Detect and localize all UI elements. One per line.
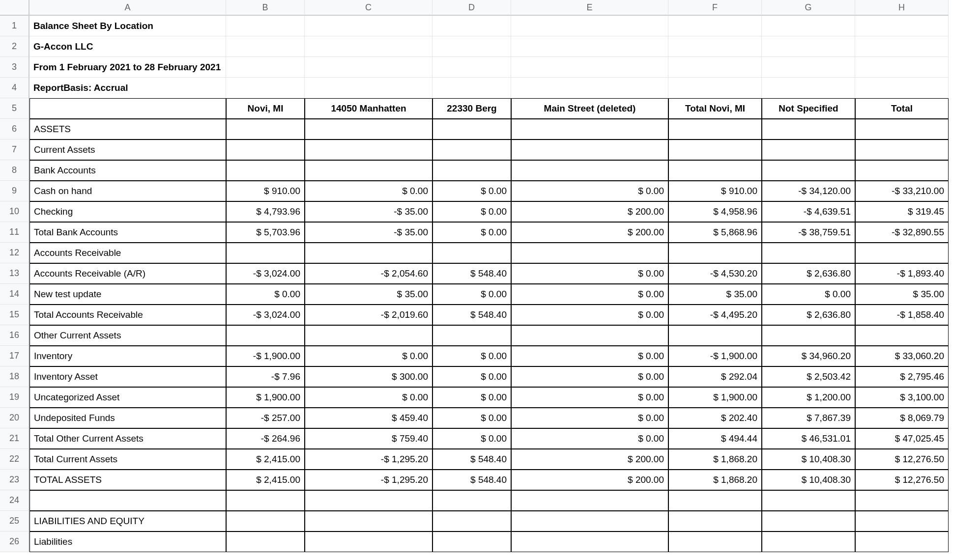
cell-h16[interactable] — [855, 325, 949, 346]
row-header-17[interactable]: 17 — [0, 346, 29, 366]
cell-b10[interactable]: $ 4,793.96 — [226, 201, 305, 222]
cell-h24[interactable] — [855, 490, 949, 511]
cell-f4[interactable] — [668, 78, 762, 98]
cell-c8[interactable] — [305, 160, 432, 181]
cell-g21[interactable]: $ 46,531.01 — [762, 428, 855, 449]
cell-e25[interactable] — [511, 511, 668, 531]
cell-g13[interactable]: $ 2,636.80 — [762, 263, 855, 284]
cell-e22[interactable]: $ 200.00 — [511, 449, 668, 470]
cell-g18[interactable]: $ 2,503.42 — [762, 366, 855, 387]
cell-c1[interactable] — [305, 16, 432, 36]
row-header-24[interactable]: 24 — [0, 490, 29, 511]
cell-a12[interactable]: Accounts Receivable — [29, 243, 226, 263]
row-header-13[interactable]: 13 — [0, 263, 29, 284]
cell-g15[interactable]: $ 2,636.80 — [762, 305, 855, 325]
cell-d7[interactable] — [432, 140, 511, 160]
cell-f8[interactable] — [668, 160, 762, 181]
cell-b24[interactable] — [226, 490, 305, 511]
cell-d10[interactable]: $ 0.00 — [432, 201, 511, 222]
cell-d11[interactable]: $ 0.00 — [432, 222, 511, 243]
cell-e5[interactable]: Main Street (deleted) — [511, 98, 668, 119]
row-header-19[interactable]: 19 — [0, 387, 29, 408]
cell-d3[interactable] — [432, 57, 511, 78]
row-header-3[interactable]: 3 — [0, 57, 29, 78]
cell-a14[interactable]: New test update — [29, 284, 226, 305]
cell-h25[interactable] — [855, 511, 949, 531]
cell-b19[interactable]: $ 1,900.00 — [226, 387, 305, 408]
cell-g2[interactable] — [762, 36, 855, 57]
cell-h20[interactable]: $ 8,069.79 — [855, 408, 949, 428]
cell-a23[interactable]: TOTAL ASSETS — [29, 470, 226, 490]
cell-d2[interactable] — [432, 36, 511, 57]
cell-a5[interactable] — [29, 98, 226, 119]
cell-d15[interactable]: $ 548.40 — [432, 305, 511, 325]
cell-a24[interactable] — [29, 490, 226, 511]
cell-a19[interactable]: Uncategorized Asset — [29, 387, 226, 408]
cell-e21[interactable]: $ 0.00 — [511, 428, 668, 449]
cell-g4[interactable] — [762, 78, 855, 98]
cell-a2[interactable]: G-Accon LLC — [29, 36, 226, 57]
cell-d23[interactable]: $ 548.40 — [432, 470, 511, 490]
cell-g20[interactable]: $ 7,867.39 — [762, 408, 855, 428]
cell-c18[interactable]: $ 300.00 — [305, 366, 432, 387]
cell-b2[interactable] — [226, 36, 305, 57]
cell-a13[interactable]: Accounts Receivable (A/R) — [29, 263, 226, 284]
select-all-corner[interactable] — [0, 0, 29, 16]
cell-b16[interactable] — [226, 325, 305, 346]
cell-f15[interactable]: -$ 4,495.20 — [668, 305, 762, 325]
cell-h11[interactable]: -$ 32,890.55 — [855, 222, 949, 243]
column-header-b[interactable]: B — [226, 0, 305, 16]
cell-f9[interactable]: $ 910.00 — [668, 181, 762, 201]
column-header-g[interactable]: G — [762, 0, 855, 16]
cell-f21[interactable]: $ 494.44 — [668, 428, 762, 449]
cell-a11[interactable]: Total Bank Accounts — [29, 222, 226, 243]
cell-g7[interactable] — [762, 140, 855, 160]
cell-c19[interactable]: $ 0.00 — [305, 387, 432, 408]
cell-h17[interactable]: $ 33,060.20 — [855, 346, 949, 366]
cell-b14[interactable]: $ 0.00 — [226, 284, 305, 305]
cell-a20[interactable]: Undeposited Funds — [29, 408, 226, 428]
cell-h19[interactable]: $ 3,100.00 — [855, 387, 949, 408]
cell-c2[interactable] — [305, 36, 432, 57]
cell-b3[interactable] — [226, 57, 305, 78]
cell-b21[interactable]: -$ 264.96 — [226, 428, 305, 449]
cell-g14[interactable]: $ 0.00 — [762, 284, 855, 305]
cell-a17[interactable]: Inventory — [29, 346, 226, 366]
cell-e1[interactable] — [511, 16, 668, 36]
cell-a22[interactable]: Total Current Assets — [29, 449, 226, 470]
cell-c24[interactable] — [305, 490, 432, 511]
cell-f13[interactable]: -$ 4,530.20 — [668, 263, 762, 284]
row-header-9[interactable]: 9 — [0, 181, 29, 201]
cell-f3[interactable] — [668, 57, 762, 78]
row-header-18[interactable]: 18 — [0, 366, 29, 387]
row-header-2[interactable]: 2 — [0, 36, 29, 57]
cell-g22[interactable]: $ 10,408.30 — [762, 449, 855, 470]
cell-g16[interactable] — [762, 325, 855, 346]
row-header-12[interactable]: 12 — [0, 243, 29, 263]
cell-c22[interactable]: -$ 1,295.20 — [305, 449, 432, 470]
cell-f17[interactable]: -$ 1,900.00 — [668, 346, 762, 366]
cell-f7[interactable] — [668, 140, 762, 160]
column-header-e[interactable]: E — [511, 0, 668, 16]
cell-h13[interactable]: -$ 1,893.40 — [855, 263, 949, 284]
cell-f11[interactable]: $ 5,868.96 — [668, 222, 762, 243]
cell-c5[interactable]: 14050 Manhatten — [305, 98, 432, 119]
cell-c16[interactable] — [305, 325, 432, 346]
cell-d24[interactable] — [432, 490, 511, 511]
cell-h2[interactable] — [855, 36, 949, 57]
row-header-22[interactable]: 22 — [0, 449, 29, 470]
row-header-26[interactable]: 26 — [0, 531, 29, 552]
cell-g8[interactable] — [762, 160, 855, 181]
cell-c13[interactable]: -$ 2,054.60 — [305, 263, 432, 284]
cell-e23[interactable]: $ 200.00 — [511, 470, 668, 490]
cell-d8[interactable] — [432, 160, 511, 181]
cell-f24[interactable] — [668, 490, 762, 511]
cell-g1[interactable] — [762, 16, 855, 36]
cell-f12[interactable] — [668, 243, 762, 263]
cell-e8[interactable] — [511, 160, 668, 181]
cell-h26[interactable] — [855, 531, 949, 552]
cell-c7[interactable] — [305, 140, 432, 160]
cell-g25[interactable] — [762, 511, 855, 531]
cell-f18[interactable]: $ 292.04 — [668, 366, 762, 387]
cell-f26[interactable] — [668, 531, 762, 552]
